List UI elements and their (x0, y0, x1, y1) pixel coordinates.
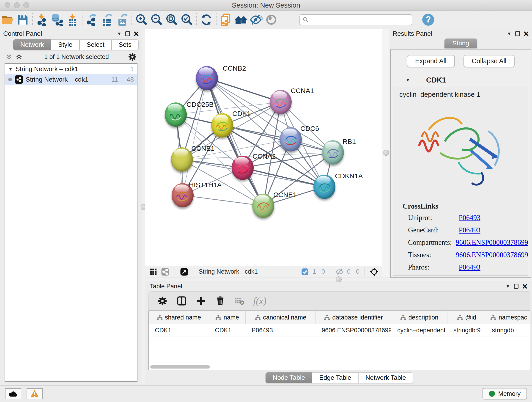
first-neighbors-button[interactable] (234, 12, 249, 27)
node-CDKN1A[interactable] (313, 175, 336, 199)
crosslink-link[interactable]: P06493 (459, 214, 481, 222)
tab-edge-table[interactable]: Edge Table (312, 372, 358, 383)
network-row[interactable]: String Network – cdk1 11 48 (5, 74, 137, 85)
function-builder-button[interactable]: f(x) (253, 295, 266, 306)
collapse-all-button[interactable]: Collapse All (463, 55, 515, 67)
expand-all-icon[interactable] (15, 53, 23, 61)
tab-network-table[interactable]: Network Table (358, 372, 413, 383)
node-label-HIST1H1A: HIST1H1A (189, 181, 222, 189)
node-RB1[interactable] (322, 140, 344, 165)
tab-network[interactable]: Network (13, 39, 51, 50)
tab-style[interactable]: Style (51, 39, 80, 50)
tab-sets[interactable]: Sets (112, 39, 139, 50)
panel-float-icon[interactable] (514, 284, 519, 289)
expand-all-button[interactable]: Expand All (407, 55, 455, 67)
save-session-button[interactable] (15, 12, 30, 27)
zoom-fit-button[interactable] (164, 12, 179, 27)
crosslink-link[interactable]: P06493 (459, 226, 481, 234)
zoom-out-button[interactable] (149, 12, 164, 27)
show-all-button[interactable] (264, 12, 279, 27)
table-options-button[interactable] (157, 295, 168, 306)
collapse-all-icon[interactable] (5, 53, 13, 61)
grid-view-icon[interactable] (149, 268, 158, 276)
import-network-button[interactable] (35, 12, 50, 27)
node-CCNE1[interactable] (252, 194, 274, 218)
panel-close-icon[interactable]: × (133, 31, 139, 36)
tab-node-table[interactable]: Node Table (266, 372, 312, 383)
houses-icon (234, 13, 247, 26)
node-CDK1[interactable] (211, 113, 233, 138)
edge-CCNE1-HIST1H1A[interactable] (183, 195, 263, 206)
panel-float-icon[interactable] (125, 31, 130, 36)
crosslink-label: Pharos: (403, 263, 459, 271)
delete-table-button[interactable] (234, 295, 245, 306)
column-header-name[interactable]: name (209, 311, 246, 324)
edge-CCNA2-CDKN1A[interactable] (243, 168, 324, 187)
splitter-handle[interactable] (383, 150, 389, 156)
export-network-button[interactable] (84, 12, 99, 27)
node-CCNB1[interactable] (171, 147, 193, 172)
import-table-button[interactable] (65, 12, 80, 27)
node-label-CCNA1: CCNA1 (291, 87, 314, 95)
collapse-caret-icon[interactable]: ▼ (8, 66, 13, 72)
edge-CCNB2-CCNA1[interactable] (207, 78, 281, 102)
network-view-icon[interactable] (161, 268, 170, 276)
results-splitter[interactable] (382, 29, 389, 278)
column-header-description[interactable]: description (391, 311, 447, 324)
gear-icon[interactable] (128, 52, 137, 61)
zoom-selected-button[interactable] (179, 12, 195, 27)
node-entry-header[interactable]: ▼ CDK1 (391, 73, 531, 87)
crosshair-icon[interactable] (370, 268, 379, 276)
clone-network-button[interactable] (218, 12, 234, 27)
tab-select[interactable]: Select (80, 39, 112, 50)
column-header--id[interactable]: @id (447, 311, 486, 324)
panel-close-icon[interactable]: × (522, 284, 527, 289)
node-CCNA2[interactable] (232, 156, 254, 180)
left-splitter[interactable] (142, 29, 145, 385)
crosslink-link[interactable]: P06493 (459, 263, 481, 271)
network-collection-row[interactable]: ▼ String Network – cdk1 1 (5, 64, 137, 74)
collapse-caret-icon[interactable]: ▼ (405, 77, 410, 83)
panel-close-icon[interactable]: × (524, 31, 529, 36)
node-CDC6[interactable] (280, 127, 302, 152)
cloud-button[interactable] (5, 388, 21, 399)
tab-string[interactable]: String (444, 38, 477, 48)
node-details-box: ▼ CDK1 cyclin–dependent kinase 1 (390, 73, 531, 278)
panel-menu-icon[interactable]: ▼ (117, 31, 122, 36)
help-button[interactable]: ? (422, 14, 434, 26)
add-column-button[interactable] (196, 295, 206, 306)
zoom-in-button[interactable] (134, 12, 149, 27)
search-box[interactable] (299, 14, 412, 25)
show-columns-button[interactable] (176, 295, 187, 306)
table-panel-title: Table Panel (150, 283, 182, 290)
gloss-highlight (174, 149, 188, 157)
horizontal-scrollbar[interactable] (150, 365, 210, 369)
open-session-button[interactable] (0, 12, 15, 27)
table-splitter[interactable] (145, 278, 532, 281)
column-header-canonical-name[interactable]: canonical name (246, 311, 316, 324)
birdseye-toggle-icon[interactable] (180, 268, 189, 276)
node-CCNB2[interactable] (196, 66, 218, 90)
memory-button[interactable]: Memory (482, 388, 527, 400)
crosslink-link[interactable]: 9606.ENSP00000378699 (456, 251, 528, 259)
node-CCNA1[interactable] (270, 90, 292, 114)
column-header-shared-name[interactable]: shared name (149, 311, 209, 324)
export-image-button[interactable] (114, 12, 130, 27)
panel-menu-icon[interactable]: ▼ (506, 284, 510, 289)
panel-menu-icon[interactable]: ▼ (507, 31, 512, 36)
warning-button[interactable] (27, 388, 43, 399)
delete-column-button[interactable] (215, 295, 226, 306)
hide-selected-button[interactable] (249, 12, 264, 27)
export-table-button[interactable] (99, 12, 114, 27)
search-input[interactable] (310, 16, 409, 23)
import-network-database-button[interactable] (50, 12, 65, 27)
network-canvas[interactable]: CCNB2CCNA1CDC25BCDK1CDC6RB1CCNB1CCNA2CDK… (145, 29, 382, 266)
column-header-database-identifier[interactable]: database identifier (316, 311, 391, 324)
column-header-namespac[interactable]: namespac (486, 311, 532, 324)
crosslink-link[interactable]: 9606.ENSP00000378699 (456, 238, 528, 247)
table-row[interactable]: CDK1CDK1P064939606.ENSP00000378699cyclin… (149, 324, 530, 337)
apply-layout-button[interactable] (199, 12, 214, 27)
node-CDC25B[interactable] (165, 102, 187, 127)
panel-float-icon[interactable] (515, 31, 520, 36)
splitter-handle[interactable] (336, 276, 342, 282)
